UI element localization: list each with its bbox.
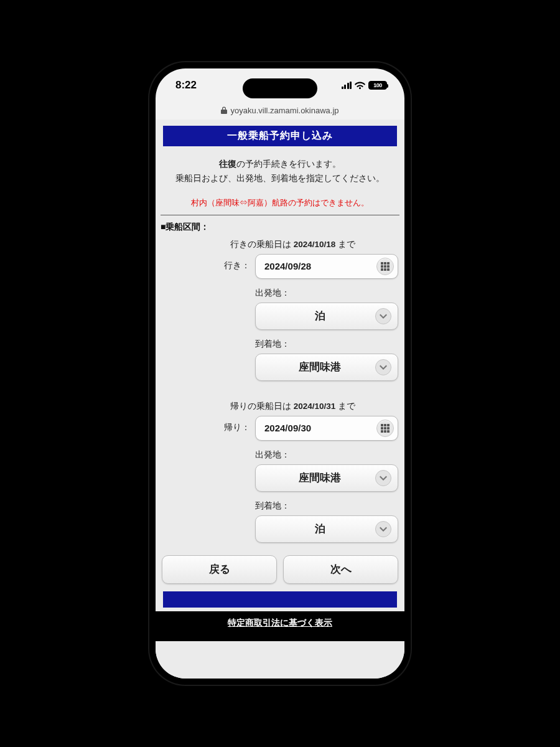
calendar-icon[interactable] — [376, 258, 394, 275]
warning-text: 村内（座間味⇔阿嘉）航路の予約はできません。 — [166, 197, 394, 209]
return-departure-label: 出発地： — [255, 449, 398, 461]
battery-icon: 100 — [368, 81, 387, 90]
page-title-banner: 一般乗船予約申し込み — [163, 126, 397, 146]
outbound-label: 行き： — [162, 254, 255, 271]
section-label: ■乗船区間： — [161, 222, 399, 233]
cellular-icon — [342, 82, 352, 89]
return-label: 帰り： — [162, 416, 255, 433]
outbound-departure-label: 出発地： — [255, 288, 398, 299]
chevron-down-icon — [375, 470, 391, 486]
outbound-date-input[interactable]: 2024/09/28 — [255, 254, 398, 279]
outbound-date-limit: 行きの乗船日は 2024/10/18 まで — [230, 239, 398, 250]
return-date-input[interactable]: 2024/09/30 — [255, 416, 398, 441]
phone-frame: 8:22 100 yoyaku.vill.zamami.okinawa.jp 一… — [156, 68, 404, 679]
return-departure-select[interactable]: 座間味港 — [255, 464, 398, 492]
return-date-limit: 帰りの乗船日は 2024/10/31 まで — [230, 401, 398, 412]
lock-icon — [221, 106, 227, 114]
next-button[interactable]: 次へ — [283, 555, 398, 584]
chevron-down-icon — [375, 308, 391, 324]
outbound-arrival-label: 到着地： — [255, 339, 398, 350]
outbound-departure-select[interactable]: 泊 — [255, 303, 398, 330]
wifi-icon — [355, 82, 365, 90]
chevron-down-icon — [375, 359, 391, 375]
browser-url-bar[interactable]: yoyaku.vill.zamami.okinawa.jp — [156, 103, 404, 117]
outbound-arrival-select[interactable]: 座間味港 — [255, 354, 398, 381]
footer-banner — [163, 591, 397, 608]
return-arrival-label: 到着地： — [255, 500, 398, 512]
chevron-down-icon — [375, 521, 391, 537]
page-content: 一般乗船予約申し込み 往復の予約手続きを行います。 乗船日および、出発地、到着地… — [156, 120, 404, 679]
calendar-icon[interactable] — [376, 420, 394, 437]
return-arrival-select[interactable]: 泊 — [255, 515, 398, 543]
divider — [161, 215, 399, 215]
intro-text: 往復の予約手続きを行います。 乗船日および、出発地、到着地を指定してください。 — [166, 157, 394, 186]
dynamic-island — [243, 78, 317, 98]
status-time: 8:22 — [175, 79, 197, 92]
back-button[interactable]: 戻る — [162, 555, 277, 584]
url-text: yoyaku.vill.zamami.okinawa.jp — [230, 106, 338, 115]
legal-link[interactable]: 特定商取引法に基づく表示 — [156, 611, 404, 641]
